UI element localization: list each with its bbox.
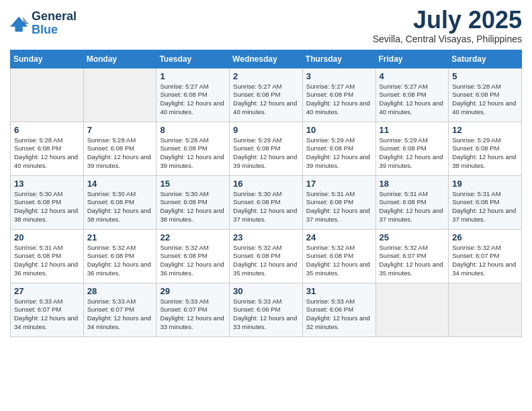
day-info: Sunrise: 5:29 AM Sunset: 6:08 PM Dayligh… xyxy=(233,136,299,171)
day-number: 18 xyxy=(380,179,445,189)
calendar-cell xyxy=(375,283,449,336)
day-info: Sunrise: 5:33 AM Sunset: 6:06 PM Dayligh… xyxy=(306,298,372,332)
day-number: 5 xyxy=(452,71,518,81)
day-info: Sunrise: 5:27 AM Sunset: 6:08 PM Dayligh… xyxy=(306,83,372,117)
weekday-header-friday: Friday xyxy=(375,50,449,68)
weekday-header-thursday: Thursday xyxy=(302,50,375,68)
day-number: 2 xyxy=(233,71,299,81)
day-number: 9 xyxy=(233,125,299,135)
calendar-cell: 1Sunrise: 5:27 AM Sunset: 6:08 PM Daylig… xyxy=(157,68,230,122)
calendar-cell: 5Sunrise: 5:28 AM Sunset: 6:08 PM Daylig… xyxy=(449,68,522,122)
logo-icon xyxy=(10,14,29,33)
day-number: 24 xyxy=(306,232,372,242)
day-info: Sunrise: 5:29 AM Sunset: 6:08 PM Dayligh… xyxy=(452,136,518,171)
day-number: 8 xyxy=(160,125,226,135)
calendar-cell: 29Sunrise: 5:33 AM Sunset: 6:07 PM Dayli… xyxy=(157,283,230,336)
day-info: Sunrise: 5:32 AM Sunset: 6:08 PM Dayligh… xyxy=(87,244,153,278)
day-info: Sunrise: 5:32 AM Sunset: 6:08 PM Dayligh… xyxy=(160,244,226,278)
calendar-cell: 20Sunrise: 5:31 AM Sunset: 6:08 PM Dayli… xyxy=(11,229,84,283)
calendar-cell xyxy=(449,283,522,336)
day-number: 16 xyxy=(233,179,299,189)
svg-marker-0 xyxy=(10,17,28,32)
calendar-cell: 11Sunrise: 5:29 AM Sunset: 6:08 PM Dayli… xyxy=(375,122,449,175)
calendar-week-row: 6Sunrise: 5:28 AM Sunset: 6:08 PM Daylig… xyxy=(11,122,522,175)
day-info: Sunrise: 5:28 AM Sunset: 6:08 PM Dayligh… xyxy=(452,83,518,117)
calendar-week-row: 27Sunrise: 5:33 AM Sunset: 6:07 PM Dayli… xyxy=(11,283,522,336)
calendar-cell: 16Sunrise: 5:30 AM Sunset: 6:08 PM Dayli… xyxy=(230,175,303,229)
day-number: 15 xyxy=(160,179,226,189)
day-number: 26 xyxy=(452,232,518,242)
day-number: 17 xyxy=(306,179,372,189)
day-info: Sunrise: 5:30 AM Sunset: 6:08 PM Dayligh… xyxy=(87,190,153,224)
calendar-cell: 25Sunrise: 5:32 AM Sunset: 6:07 PM Dayli… xyxy=(375,229,449,283)
day-number: 22 xyxy=(160,232,226,242)
calendar-week-row: 1Sunrise: 5:27 AM Sunset: 6:08 PM Daylig… xyxy=(11,68,522,122)
day-info: Sunrise: 5:28 AM Sunset: 6:08 PM Dayligh… xyxy=(87,136,153,171)
day-number: 20 xyxy=(14,232,80,242)
day-number: 6 xyxy=(14,125,80,135)
day-info: Sunrise: 5:29 AM Sunset: 6:08 PM Dayligh… xyxy=(380,136,445,171)
calendar-cell: 15Sunrise: 5:30 AM Sunset: 6:08 PM Dayli… xyxy=(157,175,230,229)
day-info: Sunrise: 5:28 AM Sunset: 6:08 PM Dayligh… xyxy=(160,136,226,171)
calendar-cell: 12Sunrise: 5:29 AM Sunset: 6:08 PM Dayli… xyxy=(449,122,522,175)
day-number: 3 xyxy=(306,71,372,81)
calendar-cell: 10Sunrise: 5:29 AM Sunset: 6:08 PM Dayli… xyxy=(302,122,375,175)
weekday-header-saturday: Saturday xyxy=(449,50,522,68)
calendar-cell xyxy=(83,68,157,122)
day-number: 30 xyxy=(233,286,299,296)
weekday-header-sunday: Sunday xyxy=(11,50,84,68)
day-info: Sunrise: 5:27 AM Sunset: 6:08 PM Dayligh… xyxy=(380,83,445,117)
day-number: 29 xyxy=(160,286,226,296)
day-info: Sunrise: 5:33 AM Sunset: 6:07 PM Dayligh… xyxy=(87,298,153,332)
calendar-cell: 4Sunrise: 5:27 AM Sunset: 6:08 PM Daylig… xyxy=(375,68,449,122)
day-number: 23 xyxy=(233,232,299,242)
weekday-header-row: SundayMondayTuesdayWednesdayThursdayFrid… xyxy=(11,50,522,68)
calendar-cell xyxy=(11,68,84,122)
logo: General Blue xyxy=(10,10,77,37)
month-title: July 2025 xyxy=(373,7,522,34)
day-number: 4 xyxy=(380,71,445,81)
day-info: Sunrise: 5:31 AM Sunset: 6:08 PM Dayligh… xyxy=(380,190,445,224)
day-number: 28 xyxy=(87,286,153,296)
calendar-cell: 3Sunrise: 5:27 AM Sunset: 6:08 PM Daylig… xyxy=(302,68,375,122)
logo-line2: Blue xyxy=(32,24,77,37)
day-info: Sunrise: 5:32 AM Sunset: 6:07 PM Dayligh… xyxy=(380,244,445,278)
day-info: Sunrise: 5:30 AM Sunset: 6:08 PM Dayligh… xyxy=(233,190,299,224)
calendar-cell: 31Sunrise: 5:33 AM Sunset: 6:06 PM Dayli… xyxy=(302,283,375,336)
day-info: Sunrise: 5:31 AM Sunset: 6:08 PM Dayligh… xyxy=(452,190,518,224)
calendar-cell: 17Sunrise: 5:31 AM Sunset: 6:08 PM Dayli… xyxy=(302,175,375,229)
calendar-cell: 30Sunrise: 5:33 AM Sunset: 6:06 PM Dayli… xyxy=(230,283,303,336)
day-number: 14 xyxy=(87,179,153,189)
calendar-cell: 21Sunrise: 5:32 AM Sunset: 6:08 PM Dayli… xyxy=(83,229,157,283)
day-number: 10 xyxy=(306,125,372,135)
day-number: 11 xyxy=(380,125,445,135)
calendar-cell: 9Sunrise: 5:29 AM Sunset: 6:08 PM Daylig… xyxy=(230,122,303,175)
calendar-cell: 14Sunrise: 5:30 AM Sunset: 6:08 PM Dayli… xyxy=(83,175,157,229)
calendar-cell: 24Sunrise: 5:32 AM Sunset: 6:08 PM Dayli… xyxy=(302,229,375,283)
day-info: Sunrise: 5:32 AM Sunset: 6:08 PM Dayligh… xyxy=(233,244,299,278)
day-number: 7 xyxy=(87,125,153,135)
calendar-cell: 23Sunrise: 5:32 AM Sunset: 6:08 PM Dayli… xyxy=(230,229,303,283)
day-info: Sunrise: 5:30 AM Sunset: 6:08 PM Dayligh… xyxy=(14,190,80,224)
page-header: General Blue July 2025 Sevilla, Central … xyxy=(10,7,522,44)
day-info: Sunrise: 5:27 AM Sunset: 6:08 PM Dayligh… xyxy=(160,83,226,117)
day-number: 1 xyxy=(160,71,226,81)
logo-line1: General xyxy=(32,10,77,24)
calendar-cell: 2Sunrise: 5:27 AM Sunset: 6:08 PM Daylig… xyxy=(230,68,303,122)
calendar-cell: 19Sunrise: 5:31 AM Sunset: 6:08 PM Dayli… xyxy=(449,175,522,229)
day-number: 21 xyxy=(87,232,153,242)
calendar-cell: 6Sunrise: 5:28 AM Sunset: 6:08 PM Daylig… xyxy=(11,122,84,175)
day-number: 19 xyxy=(452,179,518,189)
calendar-cell: 8Sunrise: 5:28 AM Sunset: 6:08 PM Daylig… xyxy=(157,122,230,175)
location-subtitle: Sevilla, Central Visayas, Philippines xyxy=(373,34,522,44)
calendar-cell: 26Sunrise: 5:32 AM Sunset: 6:07 PM Dayli… xyxy=(449,229,522,283)
calendar-week-row: 13Sunrise: 5:30 AM Sunset: 6:08 PM Dayli… xyxy=(11,175,522,229)
day-info: Sunrise: 5:31 AM Sunset: 6:08 PM Dayligh… xyxy=(14,244,80,278)
day-info: Sunrise: 5:33 AM Sunset: 6:06 PM Dayligh… xyxy=(233,298,299,332)
day-number: 13 xyxy=(14,179,80,189)
day-info: Sunrise: 5:31 AM Sunset: 6:08 PM Dayligh… xyxy=(306,190,372,224)
calendar-cell: 27Sunrise: 5:33 AM Sunset: 6:07 PM Dayli… xyxy=(11,283,84,336)
day-info: Sunrise: 5:28 AM Sunset: 6:08 PM Dayligh… xyxy=(14,136,80,171)
day-info: Sunrise: 5:33 AM Sunset: 6:07 PM Dayligh… xyxy=(160,298,226,332)
day-number: 12 xyxy=(452,125,518,135)
